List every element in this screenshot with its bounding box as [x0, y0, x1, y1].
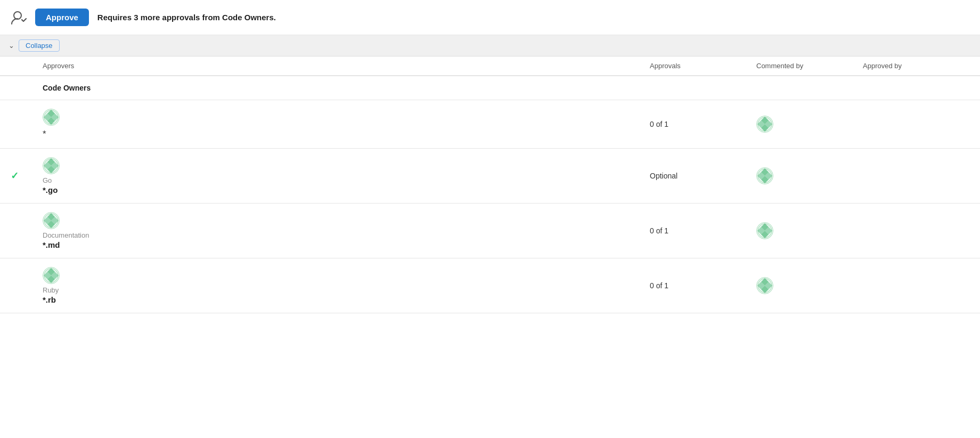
table-header: Approvers Approvals Commented by Approve…	[0, 56, 980, 76]
row-approver-3: Documentation *.md	[43, 212, 650, 249]
row-approver-2: Go *.go	[43, 157, 650, 194]
header-col-commented: Commented by	[756, 62, 863, 70]
row-approvals-3: 0 of 1	[650, 226, 756, 235]
requires-text: Requires 3 more approvals from Code Owne…	[97, 13, 276, 22]
table-row: Ruby *.rb 0 of 1	[0, 258, 980, 313]
row-name-3: Documentation	[43, 231, 650, 239]
avatar	[756, 116, 773, 133]
approvals-table: Approvers Approvals Commented by Approve…	[0, 56, 980, 313]
avatar	[43, 212, 60, 229]
avatar	[43, 157, 60, 174]
row-pattern-2: *.go	[43, 185, 650, 194]
table-row: Documentation *.md 0 of 1	[0, 204, 980, 258]
avatar	[756, 277, 773, 294]
avatar	[756, 167, 773, 184]
row-commented-4	[756, 277, 863, 294]
approve-button[interactable]: Approve	[35, 9, 89, 26]
row-approvals-4: 0 of 1	[650, 281, 756, 290]
row-approver-1: *	[43, 109, 650, 140]
table-row: * 0 of 1	[0, 100, 980, 149]
avatar	[756, 222, 773, 239]
row-pattern-1: *	[43, 129, 46, 139]
avatar	[43, 267, 60, 284]
header-col-approved: Approved by	[863, 62, 969, 70]
row-approvals-2: Optional	[650, 172, 756, 180]
row-commented-3	[756, 222, 863, 239]
section-header-code-owners: Code Owners	[0, 76, 980, 100]
row-pattern-4: *.rb	[43, 295, 650, 304]
row-commented-2	[756, 167, 863, 184]
chevron-down-icon: ⌄	[9, 42, 14, 50]
header-col-approvers: Approvers	[43, 62, 650, 70]
header-col-approvals: Approvals	[650, 62, 756, 70]
collapse-bar: ⌄ Collapse	[0, 35, 980, 56]
svg-point-0	[14, 12, 21, 19]
collapse-button[interactable]: Collapse	[19, 39, 60, 52]
row-pattern-3: *.md	[43, 240, 650, 249]
row-name-2: Go	[43, 176, 650, 184]
table-row: ✓ Go *.go Optional	[0, 149, 980, 204]
row-check-2: ✓	[11, 170, 43, 182]
row-name-4: Ruby	[43, 286, 650, 294]
row-commented-1	[756, 116, 863, 133]
row-approver-4: Ruby *.rb	[43, 267, 650, 304]
approve-user-icon	[11, 11, 27, 25]
top-bar: Approve Requires 3 more approvals from C…	[0, 0, 980, 35]
header-col-check	[11, 62, 43, 70]
avatar	[43, 109, 60, 126]
section-title: Code Owners	[43, 84, 650, 92]
row-approvals-1: 0 of 1	[650, 120, 756, 128]
